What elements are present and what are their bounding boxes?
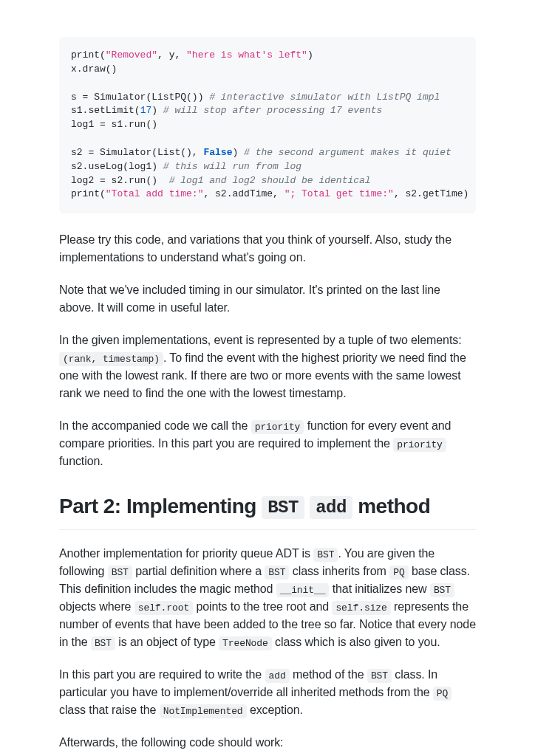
code-keyword: False [203,147,232,158]
code-text: , y, [157,49,186,61]
code-comment: # interactive simulator with ListPQ impl [209,92,440,103]
inline-code-bst: BST [265,566,289,580]
code-text: print( [71,49,106,61]
inline-code-pq: PQ [433,687,451,701]
inline-code-bst: BST [262,496,304,519]
inline-code-notimplemented: NotImplemented [160,704,247,718]
inline-code-init: __init__ [276,583,330,597]
inline-code-add: add [265,669,290,683]
inline-code-bst: BST [367,669,392,683]
inline-code-add: add [310,496,352,519]
code-text: x.draw() [71,63,117,75]
inline-code-bst: BST [313,548,338,562]
paragraph-timing-note: Note that we've included timing in our s… [59,281,476,317]
code-text: , s2.addTime, [203,188,284,199]
code-string: "Removed" [106,49,157,61]
code-text: ) [232,147,244,158]
inline-code-priority: priority [393,438,446,452]
code-text: s2.useLog(log1) [71,161,163,172]
code-text: log2 = s2.run() [71,175,169,186]
code-block-simulator: print("Removed", y, "here is what's left… [59,37,476,213]
code-text: s2 = Simulator(List(), [71,147,203,158]
inline-code-priority: priority [251,420,304,434]
code-comment: # this will run from log [163,161,301,172]
code-comment: # the second argument makes it quiet [244,147,451,158]
paragraph-afterwards: Afterwards, the following code should wo… [59,734,476,752]
code-text: ) [307,49,313,61]
code-comment: # will stop after processing 17 events [163,105,382,116]
code-string: "; Total get time:" [284,188,394,199]
inline-code-treenode: TreeNode [219,636,272,650]
code-text: print( [71,188,106,199]
code-text: , s2.getTime) [394,188,468,199]
inline-code-bst: BST [430,583,454,597]
paragraph-bst-intro: Another implementation for priority queu… [59,545,476,651]
inline-code-bst: BST [108,566,132,580]
paragraph-priority-fn: In the accompanied code we call the prio… [59,417,476,470]
heading-part-2: Part 2: Implementing BST add method [59,491,476,530]
code-string: "Total add time:" [106,188,204,199]
code-text: s1.setLimit( [71,105,140,116]
code-text: s = Simulator(ListPQ()) [71,92,209,103]
code-text: ) [151,105,163,116]
paragraph-try-code: Please try this code, and variations tha… [59,231,476,267]
code-number: 17 [140,105,152,116]
inline-code-self-size: self.size [332,601,390,615]
paragraph-event-tuple: In the given implementations, event is r… [59,331,476,402]
paragraph-write-add: In this part you are required to write t… [59,666,476,719]
code-text: log1 = s1.run() [71,119,157,130]
inline-code-self-root: self.root [134,601,193,615]
inline-code-bst: BST [91,636,115,650]
code-string: "here is what's left" [186,49,307,61]
code-comment: # log1 and log2 should be identical [169,175,371,186]
inline-code-pq: PQ [389,566,408,580]
inline-code-rank-timestamp: (rank, timestamp) [59,352,163,366]
